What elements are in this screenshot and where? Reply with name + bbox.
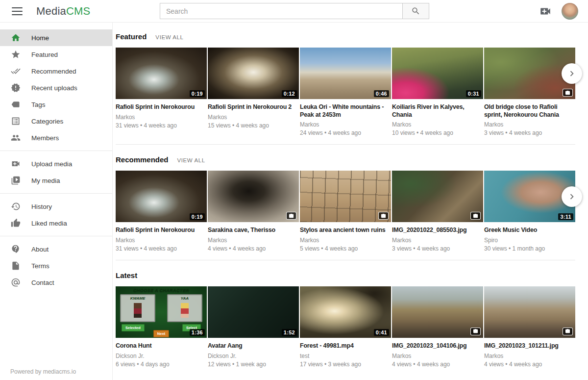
media-title[interactable]: Rafioli Sprint in Nerokourou bbox=[116, 103, 206, 111]
brand-logo[interactable]: MediaCMS bbox=[36, 5, 90, 18]
sidebar-item-categories[interactable]: Categories bbox=[0, 113, 112, 129]
media-title[interactable]: Avatar Aang bbox=[208, 342, 298, 350]
media-author[interactable]: Spiro bbox=[484, 237, 575, 244]
media-card[interactable]: Old bridge close to Rafioli sprint, Nero… bbox=[484, 48, 575, 136]
media-author[interactable]: Markos bbox=[392, 121, 483, 128]
hamburger-menu-icon[interactable] bbox=[12, 7, 23, 15]
media-title[interactable]: IMG_20201023_101211.jpg bbox=[484, 342, 574, 350]
search-input[interactable] bbox=[160, 3, 402, 19]
media-card[interactable]: IMG_20201022_085503.jpg Markos 3 views •… bbox=[392, 171, 483, 252]
character-name: YAA bbox=[168, 296, 201, 301]
sidebar-item-about[interactable]: About bbox=[0, 241, 112, 257]
sidebar-item-terms[interactable]: Terms bbox=[0, 257, 112, 274]
sidebar-item-upload-media[interactable]: Upload media bbox=[0, 155, 112, 172]
media-author[interactable]: Markos bbox=[208, 114, 299, 121]
character-sprite bbox=[181, 303, 189, 318]
media-thumbnail[interactable]: 1:52 bbox=[208, 286, 299, 338]
sidebar-item-recent-uploads[interactable]: Recent uploads bbox=[0, 79, 112, 96]
media-title[interactable]: Sarakina cave, Therisso bbox=[208, 227, 298, 234]
sidebar-item-history[interactable]: History bbox=[0, 198, 112, 215]
media-title[interactable]: Rafioli Sprint in Nerokourou 2 bbox=[208, 103, 298, 111]
sidebar-item-tags[interactable]: Tags bbox=[0, 96, 112, 113]
media-title[interactable]: IMG_20201022_085503.jpg bbox=[392, 227, 482, 234]
media-thumbnail[interactable]: 0:19 bbox=[116, 171, 207, 222]
media-title[interactable]: Corona Hunt bbox=[116, 342, 206, 350]
latest-row: CHOOSE A CHARACTER KWAME YAA Selected Ne… bbox=[116, 286, 575, 368]
view-all-link[interactable]: VIEW ALL bbox=[177, 157, 205, 163]
photo-badge bbox=[470, 212, 481, 220]
sidebar-item-featured[interactable]: Featured bbox=[0, 46, 112, 63]
media-thumbnail[interactable] bbox=[392, 171, 483, 222]
sidebar-divider bbox=[0, 236, 112, 236]
media-meta: 10 views • 4 weeks ago bbox=[392, 129, 483, 136]
media-card[interactable]: 0:19 Rafioli Sprint in Nerokourou Markos… bbox=[116, 171, 207, 252]
carousel-next-button[interactable] bbox=[562, 186, 582, 207]
media-card[interactable]: Stylos area ancient town ruins Markos 5 … bbox=[300, 171, 391, 252]
media-author[interactable]: Markos bbox=[392, 237, 483, 244]
media-author[interactable]: Markos bbox=[116, 237, 207, 244]
media-thumbnail[interactable] bbox=[208, 171, 299, 222]
media-card[interactable]: 3:11 Greek Music Video Spiro 30 views • … bbox=[484, 171, 575, 252]
media-author[interactable]: Markos bbox=[300, 121, 391, 128]
media-thumbnail[interactable]: 0:41 bbox=[300, 286, 391, 338]
media-author[interactable]: Dickson Jr. bbox=[116, 353, 207, 359]
character-panel-right: YAA bbox=[167, 294, 202, 322]
sidebar-item-recommended[interactable]: Recommended bbox=[0, 63, 112, 79]
carousel-next-button[interactable] bbox=[562, 63, 582, 84]
media-card[interactable]: 1:52 Avatar Aang Dickson Jr. 12 views • … bbox=[208, 286, 299, 368]
media-title[interactable]: Rafioli Sprint in Nerokourou bbox=[116, 227, 206, 234]
media-card[interactable]: 0:46 Leuka Ori - White mountains - Peak … bbox=[300, 48, 391, 136]
media-card[interactable]: Sarakina cave, Therisso Markos 4 views •… bbox=[208, 171, 299, 252]
new-releases-icon bbox=[11, 83, 21, 93]
sidebar-item-label: Contact bbox=[31, 279, 54, 286]
media-thumbnail[interactable]: 0:19 bbox=[116, 48, 207, 99]
media-thumbnail[interactable]: 0:31 bbox=[392, 48, 483, 99]
media-thumbnail[interactable]: 0:12 bbox=[208, 48, 299, 99]
media-title[interactable]: Leuka Ori - White mountains - Peak at 24… bbox=[300, 103, 390, 119]
view-all-link[interactable]: VIEW ALL bbox=[155, 34, 183, 40]
media-card[interactable]: IMG_20201023_104106.jpg Markos 4 views •… bbox=[392, 286, 483, 368]
sidebar-item-label: My media bbox=[31, 177, 60, 184]
media-title[interactable]: Stylos area ancient town ruins bbox=[300, 227, 390, 234]
media-card[interactable]: CHOOSE A CHARACTER KWAME YAA Selected Ne… bbox=[116, 286, 207, 368]
tag-icon bbox=[11, 100, 21, 109]
media-card[interactable]: 0:12 Rafioli Sprint in Nerokourou 2 Mark… bbox=[208, 48, 299, 136]
media-thumbnail[interactable]: 0:46 bbox=[300, 48, 391, 99]
media-card[interactable]: IMG_20201023_101211.jpg Markos 4 views •… bbox=[484, 286, 575, 368]
sidebar-item-label: Tags bbox=[31, 101, 46, 108]
media-card[interactable]: 0:31 Koiliaris River in Kalyves, Chania … bbox=[392, 48, 483, 136]
sidebar-item-contact[interactable]: Contact bbox=[0, 274, 112, 291]
sidebar-item-liked-media[interactable]: Liked media bbox=[0, 215, 112, 231]
media-author[interactable]: Markos bbox=[300, 237, 391, 244]
sidebar-item-members[interactable]: Members bbox=[0, 129, 112, 146]
sidebar-item-home[interactable]: Home bbox=[0, 29, 112, 46]
duration-badge: 0:12 bbox=[282, 90, 297, 97]
user-avatar[interactable] bbox=[562, 3, 578, 20]
media-title[interactable]: Koiliaris River in Kalyves, Chania bbox=[392, 103, 482, 119]
media-author[interactable]: Markos bbox=[208, 237, 299, 244]
media-author[interactable]: Dickson Jr. bbox=[208, 353, 299, 359]
sidebar-divider bbox=[0, 193, 112, 194]
media-author[interactable]: Markos bbox=[484, 121, 575, 128]
media-card[interactable]: 0:41 Forest - 49981.mp4 test 17 views • … bbox=[300, 286, 391, 368]
media-thumbnail[interactable]: CHOOSE A CHARACTER KWAME YAA Selected Ne… bbox=[116, 286, 207, 338]
media-title[interactable]: Greek Music Video bbox=[484, 227, 574, 234]
duration-badge: 0:31 bbox=[466, 90, 481, 97]
sidebar-item-my-media[interactable]: My media bbox=[0, 172, 112, 189]
media-thumbnail[interactable] bbox=[300, 171, 391, 222]
media-thumbnail[interactable] bbox=[392, 286, 483, 338]
upload-media-button[interactable] bbox=[539, 5, 552, 18]
media-author[interactable]: Markos bbox=[116, 114, 207, 121]
media-thumbnail[interactable] bbox=[484, 286, 575, 338]
search-button[interactable] bbox=[402, 3, 429, 19]
media-title[interactable]: Forest - 49981.mp4 bbox=[300, 342, 390, 350]
media-author[interactable]: Markos bbox=[484, 353, 575, 359]
media-author[interactable]: test bbox=[300, 353, 391, 359]
media-card[interactable]: 0:19 Rafioli Sprint in Nerokourou Markos… bbox=[116, 48, 207, 136]
media-title[interactable]: IMG_20201023_104106.jpg bbox=[392, 342, 482, 350]
media-meta: 24 views • 4 weeks ago bbox=[300, 129, 391, 136]
sidebar-item-label: Categories bbox=[31, 118, 63, 125]
media-meta: 5 views • 4 weeks ago bbox=[300, 245, 391, 252]
media-author[interactable]: Markos bbox=[392, 353, 483, 359]
media-title[interactable]: Old bridge close to Rafioli sprint, Nero… bbox=[484, 103, 574, 119]
